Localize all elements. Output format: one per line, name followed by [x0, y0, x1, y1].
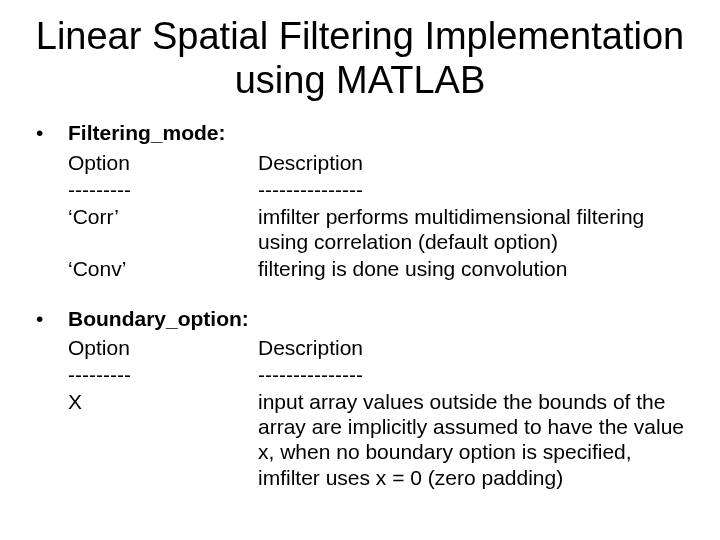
filtering-mode-table: Option Description --------- -----------…: [68, 150, 690, 282]
option-dash: ---------: [68, 177, 258, 202]
slide: Linear Spatial Filtering Implementation …: [0, 0, 720, 540]
table-row: X input array values outside the bounds …: [68, 389, 690, 490]
table-row: ‘Corr’ imfilter performs multidimensiona…: [68, 204, 690, 254]
option-value: ‘Corr’: [68, 204, 258, 254]
bullet-dot-icon: •: [30, 120, 68, 145]
description-value: input array values outside the bounds of…: [258, 389, 690, 490]
bullet-boundary-option: • Boundary_option:: [30, 306, 690, 331]
table-divider-row: --------- ---------------: [68, 177, 690, 202]
option-header: Option: [68, 150, 258, 175]
description-dash: ---------------: [258, 362, 690, 387]
description-value: imfilter performs multidimensional filte…: [258, 204, 690, 254]
description-value: filtering is done using convolution: [258, 256, 690, 281]
option-value: X: [68, 389, 258, 490]
description-dash: ---------------: [258, 177, 690, 202]
boundary-option-table: Option Description --------- -----------…: [68, 335, 690, 490]
table-divider-row: --------- ---------------: [68, 362, 690, 387]
table-header-row: Option Description: [68, 335, 690, 360]
description-header: Description: [258, 335, 690, 360]
description-header: Description: [258, 150, 690, 175]
table-row: ‘Conv’ filtering is done using convoluti…: [68, 256, 690, 281]
option-header: Option: [68, 335, 258, 360]
slide-body: • Filtering_mode: Option Description ---…: [30, 120, 690, 489]
section-heading: Filtering_mode:: [68, 120, 226, 145]
option-value: ‘Conv’: [68, 256, 258, 281]
table-header-row: Option Description: [68, 150, 690, 175]
section-heading: Boundary_option:: [68, 306, 249, 331]
slide-title: Linear Spatial Filtering Implementation …: [30, 15, 690, 102]
bullet-dot-icon: •: [30, 306, 68, 331]
bullet-filtering-mode: • Filtering_mode:: [30, 120, 690, 145]
option-dash: ---------: [68, 362, 258, 387]
